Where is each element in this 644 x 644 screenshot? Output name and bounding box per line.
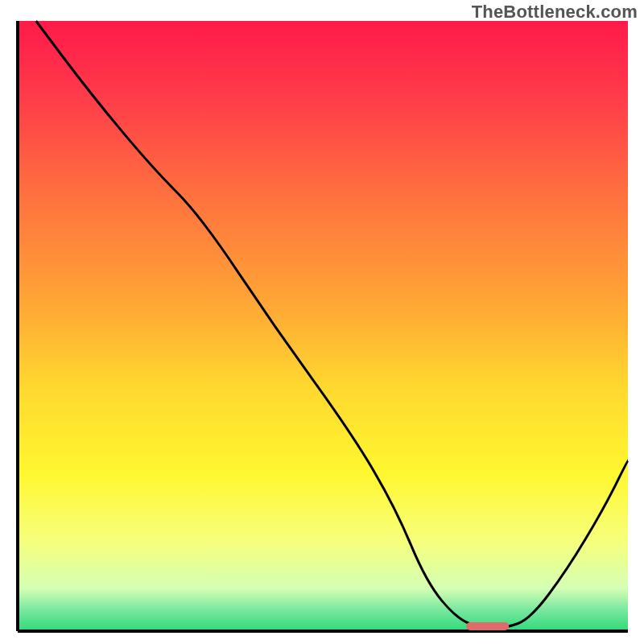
plot-background: [18, 21, 628, 631]
watermark-text: TheBottleneck.com: [472, 2, 638, 23]
optimal-range-marker: [466, 622, 509, 630]
chart-canvas: [0, 0, 644, 644]
bottleneck-chart: TheBottleneck.com: [0, 0, 644, 644]
